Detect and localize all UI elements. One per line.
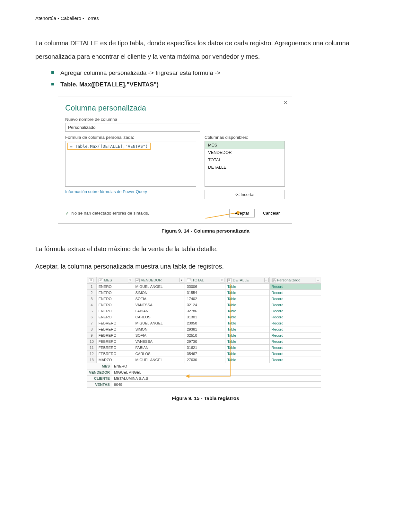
bullet-1: Agregar columna personalizada -> Ingresa… — [51, 67, 376, 79]
formula-text: = Table.Max([DETALLE],"VENTAS") — [67, 143, 151, 150]
column-name-input[interactable] — [65, 123, 200, 132]
cell-mes: FEBRERO — [96, 326, 133, 332]
table-row[interactable]: 13MARZOMIGUEL ANGEL27630TableRecord — [87, 357, 321, 363]
cell-personalizado[interactable]: Record — [269, 351, 321, 357]
cell-personalizado[interactable]: Record — [269, 314, 321, 320]
table-icon: ⊞ — [89, 279, 93, 282]
table-row[interactable]: 7FEBREROMIGUEL ANGEL23950TableRecord — [87, 320, 321, 326]
table-row[interactable]: 9FEBREROSOFIA32510TableRecord — [87, 332, 321, 339]
row-index[interactable]: 1 — [87, 284, 97, 290]
cell-detalle[interactable]: Table — [225, 284, 269, 290]
cell-detalle[interactable]: Table — [225, 320, 269, 326]
cell-vendedor: VANESSA — [133, 302, 185, 308]
cell-personalizado[interactable]: Record — [269, 326, 321, 332]
cancel-button[interactable]: Cancelar — [258, 209, 285, 217]
col-header-mes[interactable]: AᴮMES▾ — [96, 277, 133, 284]
cell-mes: ENERO — [96, 314, 133, 320]
cell-detalle[interactable]: Table — [225, 357, 269, 363]
col-header-total[interactable]: 1.2TOTAL▾ — [185, 277, 225, 284]
cell-detalle[interactable]: Table — [225, 351, 269, 357]
cell-total: 17402 — [185, 296, 225, 302]
avail-item[interactable]: DETALLE — [205, 164, 284, 171]
cell-mes: FEBRERO — [96, 351, 133, 357]
syntax-status: ✓ No se han detectado errores de sintaxi… — [65, 210, 149, 216]
cell-personalizado[interactable]: Record — [269, 308, 321, 314]
row-selector-header[interactable]: ⊞ — [87, 277, 97, 284]
avail-item[interactable]: MES — [205, 141, 284, 149]
chevron-down-icon[interactable]: ▾ — [220, 278, 224, 282]
cell-total: 32510 — [185, 332, 225, 339]
bullet-2: Table. Max([DETALLE],"VENTAS") — [51, 79, 376, 90]
row-index[interactable]: 3 — [87, 296, 97, 302]
cell-personalizado[interactable]: Record — [269, 320, 321, 326]
table-row[interactable]: 2ENEROSIMON31554TableRecord — [87, 290, 321, 296]
row-index[interactable]: 4 — [87, 302, 97, 308]
expand-icon[interactable]: ↔ — [316, 278, 320, 282]
row-index[interactable]: 2 — [87, 290, 97, 296]
formula-textarea[interactable]: = Table.Max([DETALLE],"VENTAS") — [65, 141, 196, 187]
type-text-icon: Aᴮ — [99, 279, 103, 282]
cell-vendedor: SIMON — [133, 290, 185, 296]
cell-mes: ENERO — [96, 302, 133, 308]
col-header-vendedor[interactable]: AᴮVENDEDOR▾ — [133, 277, 185, 284]
cell-total: 27630 — [185, 357, 225, 363]
syntax-status-text: No se han detectado errores de sintaxis. — [71, 211, 149, 216]
pq-table: ⊞ AᴮMES▾ AᴮVENDEDOR▾ 1.2TOTAL▾ ⊞DETALLE↔… — [87, 277, 321, 388]
cell-personalizado[interactable]: Record — [269, 339, 321, 345]
row-index[interactable]: 13 — [87, 357, 97, 363]
cell-detalle[interactable]: Table — [225, 326, 269, 332]
pq-info-link[interactable]: Información sobre fórmulas de Power Quer… — [65, 189, 196, 194]
dialog-title: Columna personalizada — [65, 103, 285, 112]
cell-vendedor: MIGUEL ANGEL — [133, 320, 185, 326]
row-index[interactable]: 11 — [87, 345, 97, 351]
row-index[interactable]: 7 — [87, 320, 97, 326]
table-row[interactable]: 1ENEROMIGUEL ANGEL33006TableRecord — [87, 284, 321, 290]
cell-detalle[interactable]: Table — [225, 290, 269, 296]
table-row[interactable]: 8FEBREROSIMON29381TableRecord — [87, 326, 321, 332]
cell-detalle[interactable]: Table — [225, 308, 269, 314]
avail-item[interactable]: VENDEDOR — [205, 149, 284, 156]
expand-icon[interactable]: ↔ — [264, 278, 269, 282]
chevron-down-icon[interactable]: ▾ — [179, 278, 184, 282]
table-row[interactable]: 5ENEROFABIAN32786TableRecord — [87, 308, 321, 314]
chevron-down-icon[interactable]: ▾ — [128, 278, 132, 282]
check-icon: ✓ — [65, 210, 69, 216]
cell-detalle[interactable]: Table — [225, 314, 269, 320]
row-index[interactable]: 5 — [87, 308, 97, 314]
name-label: Nuevo nombre de columna — [65, 117, 285, 122]
cell-personalizado[interactable]: Record — [269, 296, 321, 302]
cell-mes: ENERO — [96, 296, 133, 302]
cell-personalizado[interactable]: Record — [269, 357, 321, 363]
cell-detalle[interactable]: Table — [225, 296, 269, 302]
table-row[interactable]: 10FEBREROVANESSA29730TableRecord — [87, 339, 321, 345]
cell-total: 31621 — [185, 345, 225, 351]
cell-personalizado[interactable]: Record — [269, 290, 321, 296]
cell-detalle[interactable]: Table — [225, 302, 269, 308]
row-index[interactable]: 9 — [87, 332, 97, 339]
avail-item[interactable]: TOTAL — [205, 156, 284, 164]
table-row[interactable]: 6ENEROCARLOS31301TableRecord — [87, 314, 321, 320]
close-icon[interactable]: × — [284, 99, 287, 106]
col-header-personalizado[interactable]: ABC123Personalizado↔ — [269, 277, 321, 284]
insert-button[interactable]: << Insertar — [205, 190, 285, 199]
cell-detalle[interactable]: Table — [225, 345, 269, 351]
cell-personalizado[interactable]: Record — [269, 284, 321, 290]
cell-mes: FEBRERO — [96, 339, 133, 345]
col-header-detalle[interactable]: ⊞DETALLE↔ — [225, 277, 269, 284]
row-index[interactable]: 8 — [87, 326, 97, 332]
table-row[interactable]: 11FEBREROFABIAN31621TableRecord — [87, 345, 321, 351]
table-row[interactable]: 4ENEROVANESSA32124TableRecord — [87, 302, 321, 308]
cell-personalizado[interactable]: Record — [269, 302, 321, 308]
cell-detalle[interactable]: Table — [225, 332, 269, 339]
table-row[interactable]: 12FEBREROCARLOS35467TableRecord — [87, 351, 321, 357]
cell-personalizado[interactable]: Record — [269, 332, 321, 339]
table-row[interactable]: 3ENEROSOFIA17402TableRecord — [87, 296, 321, 302]
available-columns-list[interactable]: MES VENDEDOR TOTAL DETALLE — [205, 141, 285, 187]
cell-vendedor: SIMON — [133, 326, 185, 332]
row-index[interactable]: 6 — [87, 314, 97, 320]
cell-vendedor: CARLOS — [133, 351, 185, 357]
cell-detalle[interactable]: Table — [225, 339, 269, 345]
cell-personalizado[interactable]: Record — [269, 345, 321, 351]
row-index[interactable]: 10 — [87, 339, 97, 345]
row-index[interactable]: 12 — [87, 351, 97, 357]
